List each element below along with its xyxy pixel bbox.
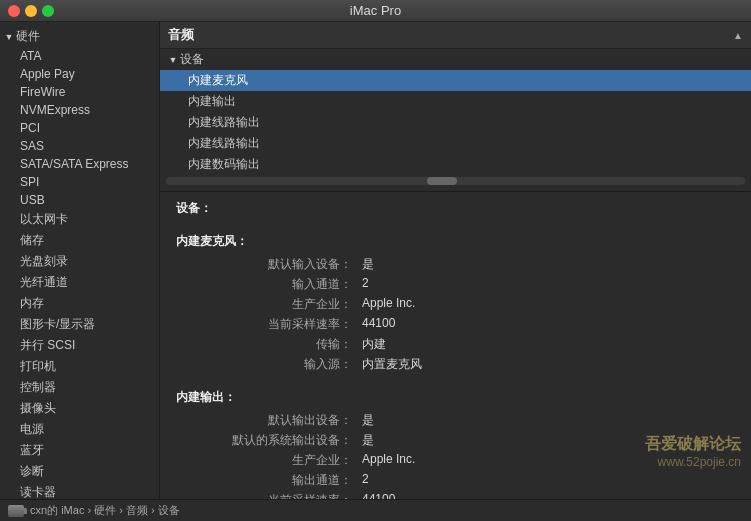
detail-label: 输入通道： xyxy=(192,276,362,293)
hardware-label: 硬件 xyxy=(16,28,40,45)
hardware-triangle xyxy=(4,32,14,42)
detail-value: 44100 xyxy=(362,492,395,499)
tree-item-builtin-line-out2[interactable]: 内建线路输出 xyxy=(160,133,751,154)
sidebar-item-cardreader[interactable]: 读卡器 xyxy=(0,482,159,499)
sidebar-item-bluetooth[interactable]: 蓝牙 xyxy=(0,440,159,461)
detail-row: 输入源： 内置麦克风 xyxy=(176,356,735,373)
sidebar-item-spi[interactable]: SPI xyxy=(0,173,159,191)
detail-value: 44100 xyxy=(362,316,395,333)
detail-value: 内置麦克风 xyxy=(362,356,422,373)
detail-row: 生产企业： Apple Inc. xyxy=(176,296,735,313)
minimize-button[interactable] xyxy=(25,5,37,17)
tree-category-devices[interactable]: 设备 xyxy=(160,49,751,70)
sidebar-item-usb[interactable]: USB xyxy=(0,191,159,209)
detail-row: 默认输出设备： 是 xyxy=(176,412,735,429)
detail-value: Apple Inc. xyxy=(362,296,415,313)
tree-scrollbar-track xyxy=(166,177,745,185)
detail-row: 默认的系统输出设备： 是 xyxy=(176,432,735,449)
detail-row: 生产企业： Apple Inc. xyxy=(176,452,735,469)
tree-header: 音频 ▲ xyxy=(160,22,751,49)
status-bar: cxn的 iMac › 硬件 › 音频 › 设备 xyxy=(0,499,751,521)
detail-label: 生产企业： xyxy=(192,296,362,313)
tree-section: 音频 ▲ 设备 内建麦克风 内建输出 内建线路输出 内建线路输出 内建数码输出 xyxy=(160,22,751,192)
tree-item-builtin-line-out1[interactable]: 内建线路输出 xyxy=(160,112,751,133)
tree-item-builtin-out[interactable]: 内建输出 xyxy=(160,91,751,112)
devices-triangle xyxy=(168,55,178,65)
detail-value: 是 xyxy=(362,412,374,429)
title-bar: iMac Pro xyxy=(0,0,751,22)
sidebar-item-scsi[interactable]: 并行 SCSI xyxy=(0,335,159,356)
detail-group-output: 内建输出： 默认输出设备： 是 默认的系统输出设备： 是 生产企业： Apple… xyxy=(176,389,735,499)
tree-scrollbar[interactable] xyxy=(160,175,751,187)
detail-row: 默认输入设备： 是 xyxy=(176,256,735,273)
tree-item-builtin-mic[interactable]: 内建麦克风 xyxy=(160,70,751,91)
detail-label: 输出通道： xyxy=(192,472,362,489)
tree-scrollbar-thumb xyxy=(427,177,457,185)
maximize-button[interactable] xyxy=(42,5,54,17)
detail-value: Apple Inc. xyxy=(362,452,415,469)
tree-collapse-btn[interactable]: ▲ xyxy=(733,30,743,41)
sidebar-item-optical[interactable]: 光盘刻录 xyxy=(0,251,159,272)
detail-section: 吾爱破解论坛 www.52pojie.cn 设备： 内建麦克风： 默认输入设备：… xyxy=(160,192,751,499)
sidebar-item-memory[interactable]: 内存 xyxy=(0,293,159,314)
status-path: cxn的 iMac › 硬件 › 音频 › 设备 xyxy=(30,503,180,518)
detail-value: 是 xyxy=(362,256,374,273)
detail-label: 当前采样速率： xyxy=(192,492,362,499)
detail-row: 输入通道： 2 xyxy=(176,276,735,293)
detail-main-label: 设备： xyxy=(176,200,735,217)
detail-section-label: 设备： xyxy=(176,200,735,217)
sidebar-item-ata[interactable]: ATA xyxy=(0,47,159,65)
detail-label: 传输： xyxy=(192,336,362,353)
detail-value: 2 xyxy=(362,276,369,293)
window-controls xyxy=(8,5,54,17)
detail-value: 是 xyxy=(362,432,374,449)
sidebar-item-sas[interactable]: SAS xyxy=(0,137,159,155)
sidebar-item-firewire[interactable]: FireWire xyxy=(0,83,159,101)
sidebar-item-printer[interactable]: 打印机 xyxy=(0,356,159,377)
sidebar-item-controller[interactable]: 控制器 xyxy=(0,377,159,398)
detail-label: 当前采样速率： xyxy=(192,316,362,333)
close-button[interactable] xyxy=(8,5,20,17)
sidebar-item-applepay[interactable]: Apple Pay xyxy=(0,65,159,83)
sidebar: 硬件 ATA Apple Pay FireWire NVMExpress PCI… xyxy=(0,22,160,499)
sidebar-item-pci[interactable]: PCI xyxy=(0,119,159,137)
tree-item-builtin-digital-out[interactable]: 内建数码输出 xyxy=(160,154,751,175)
detail-label: 输入源： xyxy=(192,356,362,373)
sidebar-item-fiber[interactable]: 光纤通道 xyxy=(0,272,159,293)
detail-row: 当前采样速率： 44100 xyxy=(176,316,735,333)
detail-group-mic-title: 内建麦克风： xyxy=(176,233,735,250)
status-icon xyxy=(8,505,24,517)
detail-value: 2 xyxy=(362,472,369,489)
window-title: iMac Pro xyxy=(350,3,401,18)
sidebar-item-gpu[interactable]: 图形卡/显示器 xyxy=(0,314,159,335)
sidebar-item-power[interactable]: 电源 xyxy=(0,419,159,440)
sidebar-item-nvmexpress[interactable]: NVMExpress xyxy=(0,101,159,119)
detail-row: 当前采样速率： 44100 xyxy=(176,492,735,499)
detail-group-mic: 内建麦克风： 默认输入设备： 是 输入通道： 2 生产企业： Apple Inc… xyxy=(176,233,735,373)
sidebar-item-ethernet[interactable]: 以太网卡 xyxy=(0,209,159,230)
detail-row: 输出通道： 2 xyxy=(176,472,735,489)
detail-label: 默认输出设备： xyxy=(192,412,362,429)
sidebar-item-storage[interactable]: 储存 xyxy=(0,230,159,251)
sidebar-item-sata[interactable]: SATA/SATA Express xyxy=(0,155,159,173)
sidebar-section-hardware[interactable]: 硬件 xyxy=(0,26,159,47)
sidebar-item-diagnostics[interactable]: 诊断 xyxy=(0,461,159,482)
detail-value: 内建 xyxy=(362,336,386,353)
main-content: 硬件 ATA Apple Pay FireWire NVMExpress PCI… xyxy=(0,22,751,499)
right-panel: 音频 ▲ 设备 内建麦克风 内建输出 内建线路输出 内建线路输出 内建数码输出 … xyxy=(160,22,751,499)
detail-label: 默认的系统输出设备： xyxy=(192,432,362,449)
detail-label: 生产企业： xyxy=(192,452,362,469)
sidebar-item-camera[interactable]: 摄像头 xyxy=(0,398,159,419)
detail-label: 默认输入设备： xyxy=(192,256,362,273)
tree-category-label: 设备 xyxy=(180,51,204,68)
tree-title: 音频 xyxy=(168,26,194,44)
detail-row: 传输： 内建 xyxy=(176,336,735,353)
detail-group-output-title: 内建输出： xyxy=(176,389,735,406)
